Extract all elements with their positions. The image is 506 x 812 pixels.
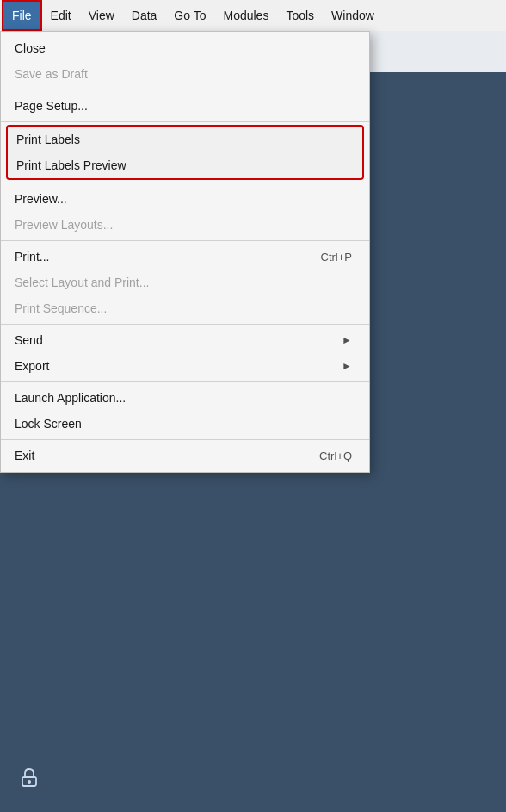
menu-item-send[interactable]: Send ► (1, 327, 369, 353)
menu-item-close[interactable]: Close (1, 35, 369, 61)
menu-file[interactable]: File (2, 0, 42, 31)
divider-6 (1, 381, 369, 382)
print-labels-group: Print Labels Print Labels Preview (6, 125, 364, 180)
divider-4 (1, 240, 369, 241)
menu-item-export[interactable]: Export ► (1, 353, 369, 379)
menu-item-lock-screen[interactable]: Lock Screen (1, 411, 369, 437)
divider-2 (1, 121, 369, 122)
menu-item-exit[interactable]: Exit Ctrl+Q (1, 443, 369, 468)
menubar: File Edit View Data Go To Modules Tools … (0, 0, 506, 31)
menu-modules[interactable]: Modules (214, 0, 277, 31)
menu-item-preview-layouts: Preview Layouts... (1, 212, 369, 238)
menu-item-launch-app[interactable]: Launch Application... (1, 385, 369, 411)
menu-item-print-labels[interactable]: Print Labels (8, 127, 362, 152)
sidebar-lock-icon[interactable] (10, 760, 48, 795)
menu-item-page-setup[interactable]: Page Setup... (1, 93, 369, 119)
menu-edit[interactable]: Edit (42, 0, 80, 31)
menu-item-preview[interactable]: Preview... (1, 186, 369, 212)
file-dropdown-menu: Close Save as Draft Page Setup... Print … (0, 31, 370, 473)
menu-tools[interactable]: Tools (277, 0, 323, 31)
menu-view[interactable]: View (80, 0, 123, 31)
export-arrow-icon: ► (342, 360, 352, 372)
divider-7 (1, 439, 369, 440)
menu-item-print-sequence: Print Sequence... (1, 295, 369, 321)
menu-item-select-layout-print: Select Layout and Print... (1, 270, 369, 295)
print-shortcut: Ctrl+P (321, 251, 352, 263)
svg-point-20 (28, 780, 31, 784)
menu-item-print[interactable]: Print... Ctrl+P (1, 244, 369, 270)
menu-item-save-draft: Save as Draft (1, 61, 369, 87)
divider-3 (1, 183, 369, 183)
divider-5 (1, 324, 369, 325)
menu-data[interactable]: Data (123, 0, 166, 31)
exit-shortcut: Ctrl+Q (319, 449, 352, 462)
divider-1 (1, 90, 369, 90)
menu-goto[interactable]: Go To (165, 0, 214, 31)
menu-window[interactable]: Window (323, 0, 383, 31)
send-arrow-icon: ► (342, 334, 352, 346)
menu-item-print-labels-preview[interactable]: Print Labels Preview (8, 152, 362, 178)
